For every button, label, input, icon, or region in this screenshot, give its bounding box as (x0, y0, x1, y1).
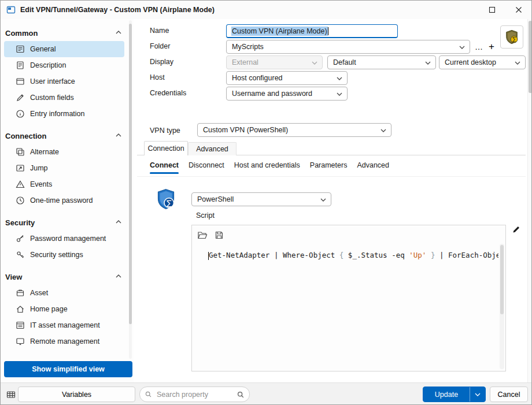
open-script-button[interactable] (197, 230, 208, 240)
grid-view-icon[interactable] (6, 390, 16, 399)
editor-scrollbar-thumb[interactable] (500, 245, 504, 314)
sidebar-item-label: Home page (30, 305, 68, 313)
sidebar-item-one-time-password[interactable]: One-time password (4, 192, 124, 209)
script-engine-value: PowerShell (197, 195, 234, 203)
powershell-vpn-shield-icon: ∑ (156, 188, 176, 211)
subtab-bar: Connect Disconnect Host and credentials … (150, 161, 389, 176)
tab-advanced[interactable]: Advanced (188, 142, 237, 155)
sidebar-item-user-interface[interactable]: User interface (4, 73, 124, 90)
section-connection[interactable]: Connection (5, 130, 125, 142)
sidebar-item-asset[interactable]: Asset (4, 285, 124, 301)
script-editor[interactable]: Get-NetAdapter | Where-Object { $_.Statu… (191, 225, 506, 371)
name-input[interactable]: Custom VPN (Airplane Mode) (226, 24, 398, 38)
close-button[interactable] (506, 1, 531, 18)
vpn-type-label: VPN type (150, 127, 180, 135)
window-scrollbar-thumb[interactable] (529, 21, 532, 93)
form-icon (16, 44, 25, 54)
sidebar: Common General Description User interfac… (1, 19, 134, 382)
sidebar-item-label: Alternate (30, 148, 59, 156)
chevron-up-icon (115, 274, 122, 278)
sidebar-item-label: Entry information (30, 110, 84, 118)
chevron-up-icon (115, 133, 122, 138)
script-engine-combobox[interactable]: PowerShell (191, 192, 331, 206)
display-mode-combobox[interactable]: External (226, 55, 323, 69)
window-scrollbar[interactable] (527, 19, 532, 382)
editor-toolbar (197, 230, 224, 240)
folder-label: Folder (150, 42, 170, 50)
name-label: Name (150, 27, 169, 35)
host-combobox[interactable]: Host configured (226, 71, 348, 85)
sidebar-item-it-asset-management[interactable]: IT asset management (4, 317, 124, 333)
sidebar-item-jump[interactable]: Jump (4, 160, 124, 176)
note-icon (16, 61, 25, 70)
folder-browse-button[interactable]: … (472, 40, 485, 54)
chevron-down-icon (337, 92, 342, 96)
show-simplified-view-button[interactable]: Show simplified view (4, 361, 132, 377)
update-dropdown-button[interactable] (470, 387, 485, 402)
display-desktop-combobox[interactable]: Current desktop (439, 55, 526, 69)
subtab-advanced[interactable]: Advanced (357, 161, 389, 174)
subtab-disconnect[interactable]: Disconnect (189, 161, 224, 174)
display-default-combobox[interactable]: Default (327, 55, 436, 69)
home-icon (16, 304, 25, 314)
sidebar-item-alternate[interactable]: Alternate (4, 144, 124, 160)
chevron-up-icon (115, 30, 122, 35)
sidebar-scrollbar-thumb[interactable] (129, 24, 132, 324)
chevron-down-icon (459, 46, 465, 49)
sidebar-item-home-page[interactable]: Home page (4, 301, 124, 317)
display-label: Display (150, 58, 173, 66)
section-label: Common (5, 29, 38, 38)
vpn-type-combobox[interactable]: Custom VPN (PowerShell) (197, 123, 391, 137)
credentials-combobox[interactable]: Username and password (226, 87, 348, 101)
subtab-parameters[interactable]: Parameters (310, 161, 348, 174)
ellipsis-icon: … (475, 42, 483, 51)
app-icon (6, 5, 16, 14)
sidebar-item-entry-information[interactable]: Entry information (4, 106, 124, 122)
sidebar-item-label: IT asset management (30, 321, 100, 329)
search-property-box[interactable] (139, 387, 250, 402)
entry-icon-button[interactable]: ∑ (500, 25, 523, 49)
chevron-down-icon (475, 393, 481, 396)
save-icon (215, 231, 224, 240)
variables-button[interactable]: Variables (18, 387, 135, 402)
save-script-button[interactable] (214, 230, 224, 240)
update-split-button[interactable]: Update (423, 387, 486, 402)
subtab-host-and-credentials[interactable]: Host and credentials (234, 161, 300, 174)
update-button[interactable]: Update (423, 391, 470, 399)
sidebar-item-description[interactable]: Description (4, 57, 124, 73)
sidebar-scrollbar[interactable] (129, 20, 132, 359)
section-label: Connection (5, 132, 47, 140)
search-property-input[interactable] (156, 390, 233, 399)
monitor-icon (16, 337, 25, 346)
footer-bar: Variables Update Cancel (1, 382, 531, 405)
search-icon (145, 391, 152, 398)
sidebar-item-general[interactable]: General (4, 41, 124, 57)
add-folder-button[interactable]: + (485, 40, 498, 54)
subtab-connect[interactable]: Connect (150, 161, 179, 174)
sidebar-item-custom-fields[interactable]: Custom fields (4, 90, 124, 106)
sidebar-item-remote-management[interactable]: Remote management (4, 333, 124, 350)
editor-scrollbar[interactable] (500, 244, 504, 369)
sidebar-item-password-management[interactable]: Password management (4, 231, 124, 247)
chevron-down-icon (515, 61, 520, 65)
script-code-tokens: Get-NetAdapter | Where-Object { $_.Statu… (209, 251, 498, 259)
section-security[interactable]: Security (5, 217, 125, 228)
sidebar-item-security-settings[interactable]: Security settings (4, 247, 124, 263)
folder-combobox[interactable]: MyScripts (226, 40, 470, 54)
script-code-line[interactable]: Get-NetAdapter | Where-Object { $_.Statu… (208, 251, 498, 260)
pencil-icon (16, 93, 25, 102)
svg-text:∑: ∑ (512, 36, 516, 42)
search-submit-icon[interactable] (237, 391, 245, 399)
maximize-button[interactable] (479, 1, 505, 18)
sidebar-item-events[interactable]: Events (4, 176, 124, 192)
section-view[interactable]: View (5, 271, 125, 283)
edit-script-button[interactable] (511, 224, 522, 235)
close-icon (515, 6, 522, 13)
jump-arrow-icon (16, 164, 25, 173)
chevron-down-icon (312, 61, 317, 65)
tab-connection[interactable]: Connection (144, 141, 188, 155)
sidebar-item-label: Events (30, 180, 52, 188)
cancel-button[interactable]: Cancel (490, 387, 528, 402)
sidebar-item-label: User interface (30, 77, 75, 86)
section-common[interactable]: Common (5, 27, 125, 39)
